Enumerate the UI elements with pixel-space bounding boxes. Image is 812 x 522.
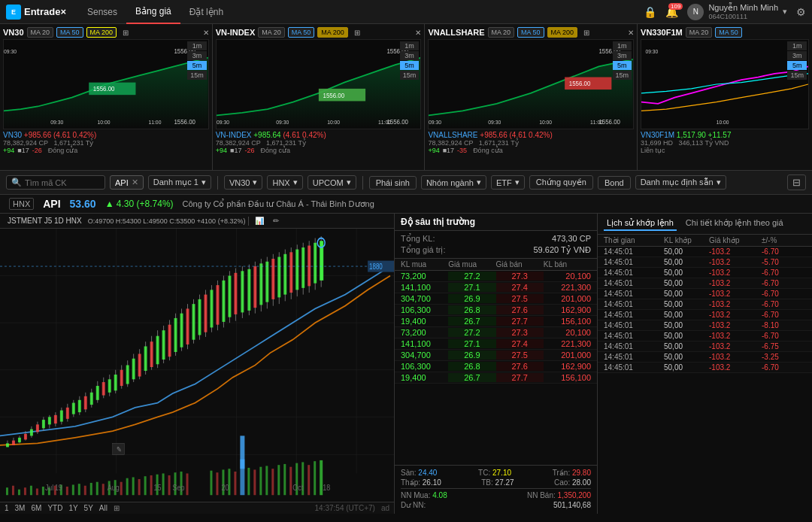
svg-rect-90 bbox=[162, 330, 165, 360]
separator-2 bbox=[362, 176, 363, 190]
timeframe-ytd[interactable]: YTD bbox=[47, 504, 62, 512]
vnallshare-ma50[interactable]: MA 50 bbox=[517, 27, 544, 38]
vnindex-ma20[interactable]: MA 20 bbox=[258, 27, 285, 38]
nav-datlenh[interactable]: Đặt lệnh bbox=[180, 0, 232, 24]
svg-rect-42 bbox=[18, 438, 21, 442]
search-input[interactable] bbox=[25, 178, 100, 187]
vn30-1m[interactable]: 1m bbox=[187, 41, 207, 50]
timeframe-6m[interactable]: 6M bbox=[31, 504, 41, 512]
hnx-dropdown[interactable]: HNX ▾ bbox=[267, 175, 302, 190]
timeframe-1y[interactable]: 1Y bbox=[68, 504, 77, 512]
du-nn-row: Dư NN: 501,140,68 bbox=[401, 501, 591, 509]
vn330f1m-1m[interactable]: 1m bbox=[787, 41, 807, 50]
vnindex-1m[interactable]: 1m bbox=[400, 41, 420, 50]
trade-tab-history[interactable]: Lịch sử khớp lệnh bbox=[604, 217, 677, 231]
trade-tab-detail[interactable]: Chi tiết khớp lệnh theo giá bbox=[683, 217, 786, 231]
vnallshare-1m[interactable]: 1m bbox=[613, 41, 632, 50]
trade-row: 14:45:01 50,00 -103.2 -6.70 bbox=[598, 331, 812, 341]
vn30-chart-info: VN30 +985.66 (4.61 0.42%) 78,382,924 CP … bbox=[3, 131, 209, 154]
nav-senses[interactable]: Senses bbox=[78, 0, 126, 24]
logo-text: Entrade× bbox=[24, 6, 66, 17]
nhom-nganh-dropdown[interactable]: Nhóm ngành ▾ bbox=[421, 175, 486, 190]
svg-rect-46 bbox=[30, 429, 33, 436]
vnallshare-close-icon[interactable]: ✕ bbox=[628, 29, 634, 37]
vn30-close-icon[interactable]: ✕ bbox=[203, 29, 209, 37]
phai-sinh-btn[interactable]: Phái sinh bbox=[369, 176, 417, 190]
svg-text:✎: ✎ bbox=[117, 445, 122, 454]
depth-row: 19,400 26.7 27.7 156,100 bbox=[395, 372, 597, 384]
vnallshare-3m[interactable]: 3m bbox=[613, 51, 632, 60]
upcom-dropdown[interactable]: UPCOM ▾ bbox=[308, 175, 356, 190]
trade-row: 14:45:01 50,00 -103.2 -6.70 bbox=[598, 310, 812, 320]
main-chart-area: Jul 19 Aug 15 Sep 20 Oct 18 1880 ✎ bbox=[0, 229, 394, 502]
vn30-dropdown[interactable]: VN30 ▾ bbox=[224, 175, 263, 190]
danh-muc-dropdown[interactable]: Danh mục 1 ▾ bbox=[148, 175, 211, 190]
trade-row: 14:45:01 50,00 -103.2 -8.10 bbox=[598, 320, 812, 331]
etf-dropdown[interactable]: ETF ▾ bbox=[491, 175, 525, 190]
vn330f1m-ma20[interactable]: MA 20 bbox=[686, 27, 713, 38]
bell-badge: 109 bbox=[668, 3, 683, 10]
timeframe-5y[interactable]: 5Y bbox=[84, 504, 93, 512]
vn30-ma50[interactable]: MA 50 bbox=[56, 27, 83, 38]
nav-banggia[interactable]: Bảng giá bbox=[126, 0, 180, 24]
vnindex-3m[interactable]: 3m bbox=[400, 51, 420, 60]
vn30-ma200[interactable]: MA 200 bbox=[86, 27, 117, 38]
vn330f1m-ma50[interactable]: MA 50 bbox=[715, 27, 742, 38]
vn30-time-btns: 1m 3m 5m 15m bbox=[187, 41, 207, 80]
danh-muc-dinh-san-dropdown[interactable]: Danh mục định sẵn ▾ bbox=[635, 175, 726, 190]
svg-rect-102 bbox=[198, 299, 201, 335]
vnindex-15m[interactable]: 15m bbox=[400, 71, 420, 80]
svg-text:10:00: 10:00 bbox=[717, 120, 729, 125]
chart-indicator-icon[interactable]: 📊 bbox=[252, 216, 267, 226]
svg-rect-50 bbox=[42, 420, 45, 428]
chevron-down-icon[interactable]: ▾ bbox=[783, 7, 787, 17]
vn330f1m-15m[interactable]: 15m bbox=[787, 71, 807, 80]
vnallshare-ma200[interactable]: MA 200 bbox=[547, 27, 578, 38]
search-box[interactable]: 🔍 bbox=[6, 175, 105, 190]
svg-text:11:00: 11:00 bbox=[148, 120, 161, 125]
vn30-expand-icon[interactable]: ⊞ bbox=[123, 29, 129, 37]
vnallshare-ma20[interactable]: MA 20 bbox=[488, 27, 515, 38]
trade-row: 14:45:01 50,00 -103.2 -6.70 bbox=[598, 289, 812, 299]
chart-panel-vnindex: VN-INDEX MA 20 MA 50 MA 200 ⊞ ✕ 1m 3m 5m… bbox=[213, 24, 426, 170]
svg-text:09:30: 09:30 bbox=[489, 120, 501, 125]
vnallshare-expand-icon[interactable]: ⊞ bbox=[583, 29, 589, 37]
svg-rect-100 bbox=[192, 304, 195, 340]
vnindex-expand-icon[interactable]: ⊞ bbox=[354, 29, 360, 37]
svg-rect-149 bbox=[36, 488, 38, 495]
lock-icon[interactable]: 🔒 bbox=[644, 6, 656, 18]
vn330f1m-5m[interactable]: 5m bbox=[787, 61, 807, 70]
chart-draw-icon[interactable]: ✏ bbox=[270, 216, 282, 226]
vnindex-5m[interactable]: 5m bbox=[400, 61, 420, 70]
svg-rect-155 bbox=[72, 484, 74, 495]
vnallshare-15m[interactable]: 15m bbox=[613, 71, 632, 80]
trade-header: Lịch sử khớp lệnh Chi tiết khớp lệnh the… bbox=[598, 214, 812, 235]
vnindex-ma50[interactable]: MA 50 bbox=[288, 27, 315, 38]
vnallshare-5m[interactable]: 5m bbox=[613, 61, 632, 70]
timeframe-1[interactable]: 1 bbox=[5, 504, 9, 512]
vn30-15m[interactable]: 15m bbox=[187, 71, 207, 80]
svg-rect-177 bbox=[216, 472, 218, 495]
charts-row: VN30 MA 20 MA 50 MA 200 ⊞ ✕ 1m 3m 5m 15m… bbox=[0, 24, 812, 171]
vn30-ma20[interactable]: MA 20 bbox=[27, 27, 54, 38]
timeframe-all[interactable]: All bbox=[99, 504, 108, 512]
svg-text:1556.00: 1556.00 bbox=[569, 80, 591, 87]
settings-icon[interactable]: ⚙ bbox=[796, 6, 806, 18]
vn30-3m[interactable]: 3m bbox=[187, 51, 207, 60]
bond-btn[interactable]: Bond bbox=[598, 176, 631, 190]
svg-rect-186 bbox=[277, 465, 280, 495]
svg-rect-117 bbox=[241, 271, 244, 312]
collapse-btn[interactable]: ⊟ bbox=[787, 175, 806, 190]
logo[interactable]: E Entrade× bbox=[6, 5, 66, 20]
chung-quyen-btn[interactable]: Chứng quyền bbox=[529, 175, 593, 190]
chart-panel-vnallshare: VNALLSHARE MA 20 MA 50 MA 200 ⊞ ✕ 1m 3m … bbox=[425, 24, 638, 170]
vnindex-close-icon[interactable]: ✕ bbox=[415, 29, 421, 37]
vn30-5m[interactable]: 5m bbox=[187, 61, 207, 70]
toolbar: 🔍 API ✕ Danh mục 1 ▾ VN30 ▾ HNX ▾ UPCOM … bbox=[0, 171, 812, 195]
vn330f1m-3m[interactable]: 3m bbox=[787, 51, 807, 60]
chart-settings-icon[interactable]: ⊞ bbox=[114, 504, 120, 512]
timeframe-3m[interactable]: 3M bbox=[15, 504, 26, 512]
api-remove-icon[interactable]: ✕ bbox=[132, 178, 138, 187]
bell-icon[interactable]: 🔔109 bbox=[665, 6, 678, 18]
vnindex-ma200[interactable]: MA 200 bbox=[317, 27, 348, 38]
